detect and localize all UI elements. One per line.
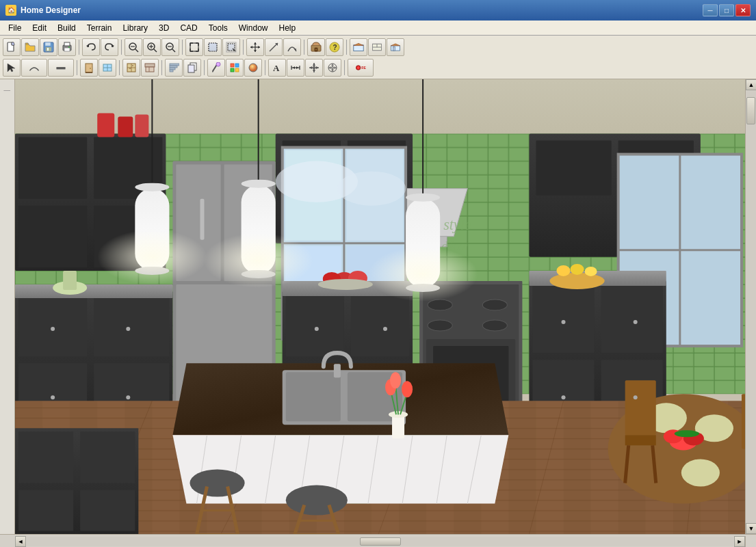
svg-rect-254 [18,490,73,531]
wall-elevation-button[interactable] [350,38,367,56]
menu-item-tools[interactable]: Tools [203,22,233,34]
bottom-scrollbar: ◄ ► [15,536,745,547]
stairs-button[interactable] [165,59,183,77]
object-library-button[interactable] [307,38,325,56]
eyedropper-button[interactable] [207,59,225,77]
texture-button[interactable] [244,59,262,77]
select-region-button[interactable] [204,38,222,56]
toolbar-1: ? [3,37,753,57]
zoom-in-button[interactable] [143,38,161,56]
transform-tool-button[interactable] [305,59,323,77]
app-title: Home Designer [21,5,703,15]
pan-button[interactable] [246,38,264,56]
svg-point-227 [97,230,207,284]
svg-rect-5 [47,48,49,51]
redo-button[interactable] [101,38,118,56]
scroll-down-button[interactable]: ▼ [746,523,756,534]
toolbar-2: A [3,58,753,77]
menu-item-build[interactable]: Build [52,22,81,34]
record-button[interactable]: REC [348,59,374,77]
3d-view-button[interactable] [387,38,404,56]
svg-marker-58 [8,64,15,72]
scrollbar-corner [745,536,756,547]
open-button[interactable] [21,38,39,56]
menu-item-3d[interactable]: 3D [153,22,174,34]
dimension-tool-button[interactable] [287,59,304,77]
separator [344,60,345,75]
menu-item-library[interactable]: Library [117,22,153,34]
svg-rect-160 [351,295,409,356]
menu-item-edit[interactable]: Edit [27,22,52,34]
scroll-right-button[interactable]: ► [734,536,745,547]
svg-marker-50 [354,43,363,45]
svg-point-63 [90,68,91,69]
svg-rect-255 [80,490,135,531]
zoom-select-button[interactable] [222,38,240,56]
svg-point-250 [675,430,699,437]
help-button[interactable]: ? [326,38,343,56]
scroll-left-button[interactable]: ◄ [15,536,26,547]
close-button[interactable]: ✕ [735,4,751,16]
menu-item-cad[interactable]: CAD [174,22,203,34]
cabinet-button[interactable] [122,59,140,77]
save-button[interactable] [40,38,57,56]
scroll-up-button[interactable]: ▲ [746,79,756,90]
svg-rect-86 [235,68,239,72]
menu-item-file[interactable]: File [3,22,27,34]
curved-wall-button[interactable] [21,59,47,77]
svg-rect-242 [625,380,656,435]
zoom-reset-button[interactable] [125,38,142,56]
menu-item-window[interactable]: Window [233,22,274,34]
menu-item-help[interactable]: Help [273,22,301,34]
svg-marker-1 [12,42,14,45]
separator [243,40,244,55]
new-button[interactable] [3,38,21,56]
counter-button[interactable] [141,59,159,77]
separator [346,40,347,55]
scroll-track-horizontal[interactable] [27,537,733,546]
scroll-thumb-horizontal[interactable] [360,537,401,546]
scroll-track-vertical[interactable] [746,90,756,523]
material-painter-button[interactable] [226,59,244,77]
svg-point-103 [357,66,360,69]
floor-plan-button[interactable] [368,38,386,56]
svg-rect-78 [170,70,173,72]
svg-point-87 [249,64,257,72]
canvas-area[interactable]: style décor [15,79,745,534]
svg-point-178 [549,273,604,289]
arc-button[interactable] [283,38,301,56]
minimize-button[interactable]: ─ [703,4,718,16]
svg-rect-84 [235,64,239,67]
select-tool-button[interactable] [3,59,21,77]
svg-point-212 [402,381,413,397]
separator [182,40,183,55]
svg-rect-243 [625,435,656,445]
svg-point-271 [318,279,373,290]
svg-rect-80 [188,65,194,72]
zoom-out-button[interactable] [161,38,179,56]
svg-marker-92 [293,66,295,69]
line-button[interactable] [265,38,283,56]
move-tool-button[interactable] [324,59,341,77]
svg-rect-159 [286,295,344,356]
svg-point-179 [556,265,570,276]
copy-paste-button[interactable] [183,59,201,77]
svg-rect-128 [536,141,611,196]
window-tool-button[interactable] [99,59,116,77]
straight-wall-button[interactable] [48,59,74,77]
right-scrollbar: ▲ ▼ [745,79,756,534]
door-button[interactable] [80,59,98,77]
window-controls: ─ □ ✕ [703,4,751,16]
svg-marker-56 [391,44,400,46]
svg-marker-98 [309,66,312,69]
fill-window-button[interactable] [185,38,203,56]
kitchen-render: style décor [15,79,745,534]
print-button[interactable] [58,38,76,56]
undo-button[interactable] [82,38,100,56]
text-tool-button[interactable]: A [268,59,286,77]
maximize-button[interactable]: □ [719,4,734,16]
separator [304,40,304,55]
svg-point-180 [571,264,584,275]
menu-item-terrain[interactable]: Terrain [81,22,118,34]
scroll-thumb-vertical[interactable] [746,97,755,124]
